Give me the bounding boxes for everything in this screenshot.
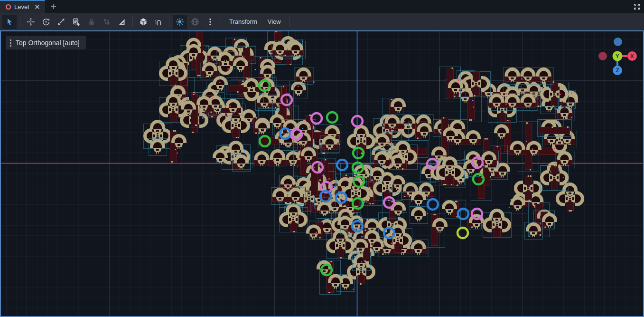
viewport-canvas[interactable]	[1, 31, 643, 316]
rotate-tool-button[interactable]	[39, 15, 53, 29]
axis-gizmo[interactable]: X Z Y	[596, 32, 639, 76]
axis-neg-z-ball[interactable]	[614, 38, 622, 46]
scene-tab-label: Level	[14, 3, 29, 10]
viewport-menu-label[interactable]: Top Orthogonal [auto]	[6, 36, 86, 49]
scene-tab-bar: Level	[0, 0, 644, 13]
lock-selected-button[interactable]	[84, 15, 99, 29]
scale-tool-button[interactable]	[54, 15, 68, 29]
viewport-label-text: Top Orthogonal [auto]	[16, 39, 80, 47]
axis-y-label: Y	[616, 53, 619, 59]
close-tab-icon[interactable]	[34, 4, 40, 10]
toolbar-separator	[289, 16, 289, 27]
toolbar-separator	[169, 16, 169, 27]
expand-icon[interactable]	[630, 0, 644, 13]
axis-neg-x-ball[interactable]	[598, 52, 607, 60]
list-select-tool-button[interactable]	[69, 15, 84, 29]
viewport-menu-dots-icon	[10, 39, 11, 47]
transform-menu[interactable]: Transform	[224, 15, 262, 29]
view-menu[interactable]: View	[262, 15, 286, 29]
spatial-editor-toolbar: Transform View	[0, 13, 644, 30]
move-tool-button[interactable]	[24, 15, 38, 29]
scene-tab-level[interactable]: Level	[0, 0, 45, 13]
toolbar-separator	[132, 16, 133, 27]
new-scene-tab-button[interactable]	[45, 0, 61, 13]
local-space-toggle-button[interactable]	[136, 15, 150, 29]
viewport-3d[interactable]: Top Orthogonal [auto] X Z Y	[0, 30, 644, 317]
toolbar-separator	[20, 16, 20, 27]
tab-bar-spacer	[61, 0, 630, 13]
axis-z-label: Z	[616, 67, 619, 73]
ruler-tool-button[interactable]	[115, 15, 129, 29]
node3d-icon	[6, 4, 11, 10]
preview-environment-toggle-button[interactable]	[188, 15, 202, 29]
group-selected-button[interactable]	[100, 15, 114, 29]
more-options-button[interactable]	[203, 15, 217, 29]
snap-toggle-button[interactable]	[151, 15, 166, 29]
preview-sunlight-toggle-button[interactable]	[173, 15, 187, 29]
select-tool-button[interactable]	[2, 15, 17, 29]
toolbar-separator	[221, 16, 221, 27]
axis-x-label: X	[630, 53, 634, 59]
